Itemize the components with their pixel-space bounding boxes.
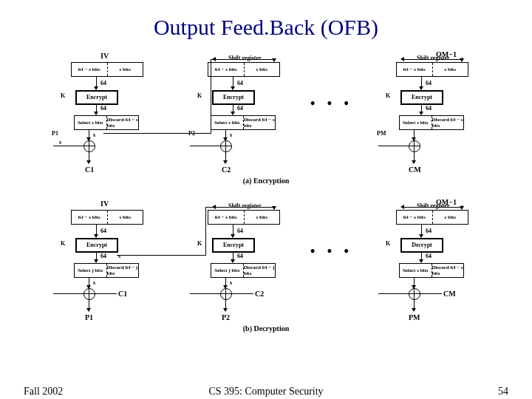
s-label-2: s bbox=[59, 139, 61, 146]
caption-decryption: (b) Decryption bbox=[44, 324, 488, 332]
bits-64-label-2: 64 bbox=[100, 105, 106, 112]
bits-64-label: 64 bbox=[426, 80, 432, 86]
s-label: s bbox=[230, 132, 232, 138]
encrypt-box: Encrypt bbox=[212, 90, 255, 105]
bits-64-label: 64 bbox=[426, 228, 432, 234]
dec-stage-1: IV 64 − s bits s bits 64 K Encrypt 64 s … bbox=[44, 200, 155, 325]
bits-64-label: 64 bbox=[237, 80, 243, 86]
shift-left-cell: 64 − s bits bbox=[72, 211, 108, 224]
shift-left-cell: 64 − s bits bbox=[72, 63, 108, 76]
K-label: K bbox=[197, 240, 202, 247]
shift-label: Shift register bbox=[228, 202, 262, 209]
select-cell: Select s bits bbox=[211, 116, 244, 129]
s-label: s bbox=[93, 279, 95, 286]
C1-label: C1 bbox=[118, 290, 127, 298]
shift-label: Shift register bbox=[228, 55, 262, 61]
caption-encryption: (a) Encryption bbox=[44, 177, 488, 185]
select-cell: Select s bits bbox=[75, 116, 107, 129]
bits-64-label-2: 64 bbox=[100, 253, 106, 259]
shift-right-cell: s bits bbox=[245, 63, 280, 76]
footer-course: CS 395: Computer Security bbox=[0, 386, 532, 398]
PM-label: PM bbox=[409, 313, 420, 321]
bits-64-label-2: 64 bbox=[237, 105, 243, 112]
encrypt-box: Encrypt bbox=[75, 90, 118, 105]
select-discard-box: Select s bits Discard 64 − s bits bbox=[211, 115, 276, 130]
xor-icon bbox=[83, 140, 95, 152]
P2-label: P2 bbox=[222, 313, 230, 321]
select-cell: Select s bits bbox=[400, 116, 432, 129]
bits-64-label-2: 64 bbox=[237, 253, 243, 259]
shift-left-cell: 64 − s bits bbox=[397, 63, 433, 76]
K-label: K bbox=[386, 92, 390, 99]
encryption-panel: IV 64 − s bits s bits 64 K Encrypt 64 Se… bbox=[44, 52, 488, 185]
select-discard-box: Select j bits Discard 64 − j bits bbox=[74, 263, 139, 278]
discard-cell: Discard 64 − s bits bbox=[244, 116, 276, 129]
select-cell: Select s bits bbox=[400, 264, 432, 277]
diagram: IV 64 − s bits s bits 64 K Encrypt 64 Se… bbox=[44, 52, 488, 332]
encrypt-box: Encrypt bbox=[75, 238, 118, 253]
enc-stage-M: OM−1 Shift register 64 − s bits s bits 6… bbox=[369, 52, 480, 177]
xor-icon bbox=[83, 288, 95, 300]
K-label: K bbox=[61, 92, 65, 99]
iv-label: IV bbox=[100, 52, 109, 60]
bits-64-label: 64 bbox=[100, 228, 106, 234]
dec-stage-M: OM−1 Shift register 64 − s bits s bits 6… bbox=[369, 200, 480, 325]
ellipsis-icon: • • • bbox=[310, 244, 353, 259]
shift-label: Shift register bbox=[417, 55, 450, 61]
footer-page: 54 bbox=[498, 386, 508, 398]
select-discard-box: Select s bits Discard 64 − s bits bbox=[399, 263, 464, 278]
C2-label: C2 bbox=[255, 290, 264, 298]
discard-cell: Discard 64 − s bits bbox=[432, 116, 464, 129]
select-cell: Select j bits bbox=[211, 264, 244, 277]
select-discard-box: Select j bits Discard 64 − j bits bbox=[211, 263, 276, 278]
shift-right-cell: s bits bbox=[433, 211, 468, 224]
shift-register: 64 − s bits s bits bbox=[71, 210, 143, 225]
xor-icon bbox=[409, 288, 420, 300]
shift-left-cell: 64 − s bits bbox=[208, 63, 245, 76]
slide-title: Output Feed.Back (OFB) bbox=[0, 0, 532, 40]
shift-left-cell: 64 − s bits bbox=[397, 211, 433, 224]
shift-right-cell: s bits bbox=[245, 211, 280, 224]
K-label: K bbox=[386, 240, 390, 247]
C2-label: C2 bbox=[222, 166, 231, 174]
bits-64-label: 64 bbox=[100, 80, 106, 86]
ellipsis-icon: • • • bbox=[310, 96, 353, 112]
PM-label: PM bbox=[377, 130, 386, 137]
s-label: s bbox=[93, 132, 95, 138]
xor-icon bbox=[220, 288, 232, 300]
dec-stage-2: Shift register 64 − s bits s bits 64 K E… bbox=[181, 200, 292, 325]
shift-right-cell: s bits bbox=[108, 211, 143, 224]
select-cell: Select j bits bbox=[75, 264, 107, 277]
enc-stage-1: IV 64 − s bits s bits 64 K Encrypt 64 Se… bbox=[44, 52, 155, 177]
shift-register: 64 − s bits s bits bbox=[396, 210, 468, 225]
select-discard-box: Select s bits Discard 64 − s bits bbox=[399, 115, 464, 130]
shift-right-cell: s bits bbox=[108, 63, 143, 76]
P1-label: P1 bbox=[85, 313, 93, 321]
shift-label: Shift register bbox=[417, 202, 450, 209]
discard-cell: Discard 64 − s bits bbox=[432, 264, 464, 277]
decrypt-box: Decrypt bbox=[400, 238, 443, 253]
C1-label: C1 bbox=[85, 166, 94, 174]
select-discard-box: Select s bits Discard 64 − s bits bbox=[74, 115, 139, 130]
CM-label: CM bbox=[409, 166, 421, 174]
encrypt-box: Encrypt bbox=[400, 90, 443, 105]
K-label: K bbox=[197, 92, 202, 99]
discard-cell: Discard 64 − j bits bbox=[244, 264, 276, 277]
shift-register: 64 − s bits s bits bbox=[208, 62, 280, 77]
discard-cell: Discard 64 − j bits bbox=[107, 264, 139, 277]
s-label: s bbox=[230, 279, 232, 286]
encrypt-box: Encrypt bbox=[212, 238, 255, 253]
shift-left-cell: 64 − s bits bbox=[208, 211, 245, 224]
shift-register: 64 − s bits s bits bbox=[208, 210, 280, 225]
shift-register: 64 − s bits s bits bbox=[71, 62, 143, 77]
s-out-label: s bbox=[118, 253, 120, 259]
xor-icon bbox=[409, 140, 420, 152]
CM-label: CM bbox=[443, 290, 456, 298]
iv-label: IV bbox=[100, 200, 109, 208]
bits-64-label-2: 64 bbox=[426, 105, 432, 112]
K-label: K bbox=[61, 240, 65, 247]
decryption-panel: IV 64 − s bits s bits 64 K Encrypt 64 s … bbox=[44, 200, 488, 332]
bits-64-label: 64 bbox=[237, 228, 243, 234]
shift-register: 64 − s bits s bits bbox=[396, 62, 468, 77]
xor-icon bbox=[220, 140, 232, 152]
